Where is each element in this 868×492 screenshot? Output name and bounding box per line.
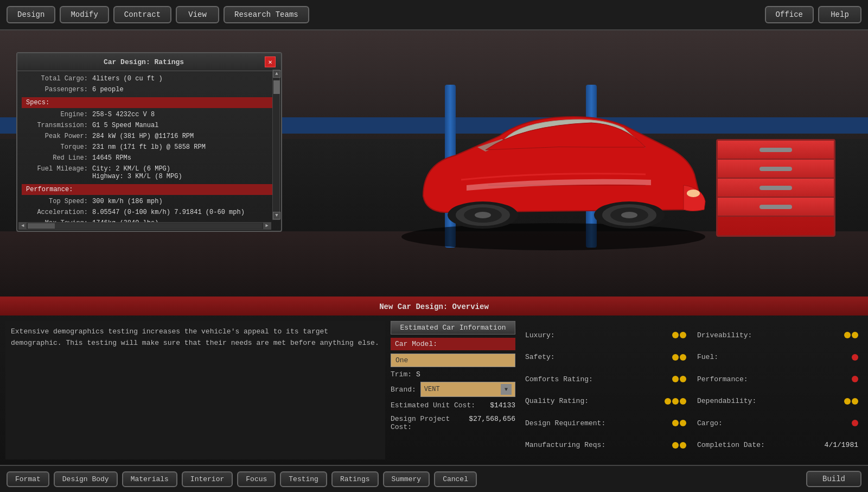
office-button[interactable]: Office — [765, 6, 814, 23]
dependability-dot-1 — [844, 398, 851, 405]
nav-right: Office Help — [765, 6, 861, 23]
scroll-thumb-v[interactable] — [273, 80, 280, 94]
cargo-dot-1 — [852, 420, 858, 426]
close-button[interactable]: ✕ — [265, 56, 276, 67]
comforts-dots — [672, 376, 686, 382]
fuel-dots — [852, 354, 858, 361]
materials-button[interactable]: Materials — [122, 471, 177, 487]
unit-cost-row: Estimated Unit Cost: $14133 — [391, 400, 515, 411]
top-speed-row: Top Speed: 300 km/h (186 mph) — [22, 196, 277, 207]
brand-label: Brand: — [391, 386, 416, 394]
specs-header: Specs: — [22, 97, 277, 108]
transmission-value: G1 5 Speed Manual — [92, 122, 158, 129]
quality-dot-3 — [680, 398, 686, 405]
help-button[interactable]: Help — [818, 6, 861, 23]
luxury-dots — [672, 332, 686, 338]
scroll-left-arrow[interactable]: ◄ — [19, 223, 27, 229]
testing-button[interactable]: Testing — [280, 471, 327, 487]
research-teams-button[interactable]: Research Teams — [224, 6, 309, 23]
acceleration-value: 8.05547 (0-100 km/h) 7.91841 (0-60 mph) — [92, 209, 245, 216]
dropdown-arrow-icon[interactable]: ▼ — [501, 384, 512, 395]
quality-dot-1 — [665, 398, 671, 405]
svg-point-0 — [401, 223, 705, 250]
completion-label: Completion Date: — [697, 441, 765, 449]
svg-point-9 — [687, 190, 700, 197]
design-req-dot-1 — [672, 420, 679, 426]
modify-button[interactable]: Modify — [60, 6, 108, 23]
fuel-mileage-label: Fuel Mileage: — [22, 165, 92, 180]
driveability-dot-1 — [844, 332, 851, 338]
brand-value: VENT — [424, 386, 440, 393]
car-display — [244, 30, 868, 297]
driveability-dots — [844, 332, 858, 338]
interior-button[interactable]: Interior — [182, 471, 233, 487]
vertical-scrollbar[interactable]: ▲ ▼ — [272, 70, 280, 220]
luxury-rating: Luxury: — [525, 325, 686, 345]
project-cost-label: Design Project Cost: — [391, 415, 469, 431]
scroll-down-arrow[interactable]: ▼ — [273, 212, 280, 219]
comforts-rating: Comforts Rating: — [525, 369, 686, 389]
build-button[interactable]: Build — [806, 471, 861, 487]
performance-dot-1 — [852, 376, 858, 382]
luxury-dot-1 — [672, 332, 679, 338]
horizontal-scrollbar[interactable]: ◄ ► — [18, 222, 271, 230]
car-model-value[interactable]: One — [391, 354, 515, 367]
view-button[interactable]: View — [176, 6, 219, 23]
design-body-button[interactable]: Design Body — [54, 471, 118, 487]
cargo-row: Total Cargo: 4liters (0 cu ft ) — [22, 73, 277, 84]
safety-dot-2 — [680, 354, 686, 361]
luxury-label: Luxury: — [525, 331, 590, 339]
bottom-area: New Car Design: Overview Extensive demog… — [0, 297, 868, 492]
car-info-panel: Estimated Car Information Car Model: One… — [391, 321, 515, 459]
cancel-button[interactable]: Cancel — [434, 471, 477, 487]
summery-button[interactable]: Summery — [383, 471, 430, 487]
dependability-dots — [844, 398, 858, 405]
safety-dots — [672, 354, 686, 361]
redline-label: Red Line: — [22, 154, 92, 162]
fuel-dot-1 — [852, 354, 858, 361]
acceleration-label: Acceleration: — [22, 209, 92, 216]
cargo-value: 4liters (0 cu ft ) — [92, 75, 163, 83]
scroll-thumb-h[interactable] — [28, 223, 55, 229]
svg-point-8 — [475, 212, 491, 218]
cargo-rating: Cargo: — [697, 413, 858, 433]
scroll-up-arrow[interactable]: ▲ — [273, 70, 280, 78]
performance-header: Performance: — [22, 184, 277, 195]
brand-select[interactable]: VENT ▼ — [420, 382, 515, 397]
engine-label: Engine: — [22, 111, 92, 118]
performance-label: Performance: — [697, 375, 762, 383]
quality-rating: Quality Rating: — [525, 392, 686, 412]
design-req-dot-2 — [680, 420, 686, 426]
transmission-label: Transmission: — [22, 122, 92, 129]
ratings-panel: Car Design: Ratings ✕ Total Cargo: 4lite… — [16, 52, 282, 232]
transmission-row: Transmission: G1 5 Speed Manual — [22, 120, 277, 131]
project-cost-row: Design Project Cost: $27,568,656 — [391, 414, 515, 432]
bottom-content: Extensive demographics testing increases… — [0, 316, 868, 465]
ratings-button[interactable]: Ratings — [331, 471, 379, 487]
quality-dot-2 — [672, 398, 679, 405]
panel-content: Total Cargo: 4liters (0 cu ft ) Passenge… — [17, 71, 281, 231]
driveability-dot-2 — [852, 332, 858, 338]
design-button[interactable]: Design — [7, 6, 55, 23]
peak-power-row: Peak Power: 284 kW (381 HP) @11716 RPM — [22, 131, 277, 142]
driveability-rating: Driveability: — [697, 325, 858, 345]
redline-row: Red Line: 14645 RPMs — [22, 153, 277, 163]
svg-point-4 — [621, 212, 637, 218]
quality-label: Quality Rating: — [525, 397, 590, 405]
mfg-reqs-dots — [672, 442, 686, 449]
mfg-reqs-label: Manufacturing Reqs: — [525, 441, 605, 449]
scroll-right-arrow[interactable]: ► — [263, 223, 271, 229]
dependability-rating: Dependability: — [697, 392, 858, 412]
trim-label: Trim: — [391, 370, 412, 379]
contract-button[interactable]: Contract — [113, 6, 171, 23]
fuel-rating: Fuel: — [697, 348, 858, 368]
quality-dots — [665, 398, 686, 405]
cargo-rating-label: Cargo: — [697, 419, 762, 427]
project-cost-value: $27,568,656 — [469, 415, 515, 431]
torque-value: 231 nm (171 ft lb) @ 5858 RPM — [92, 143, 206, 151]
design-req-dots — [672, 420, 686, 426]
format-button[interactable]: Format — [7, 471, 49, 487]
fuel-mileage-value: City: 2 KM/L (6 MPG) Highway: 3 KM/L (8 … — [92, 165, 182, 180]
focus-button[interactable]: Focus — [237, 471, 276, 487]
completion-value: 4/1/1981 — [825, 441, 858, 449]
